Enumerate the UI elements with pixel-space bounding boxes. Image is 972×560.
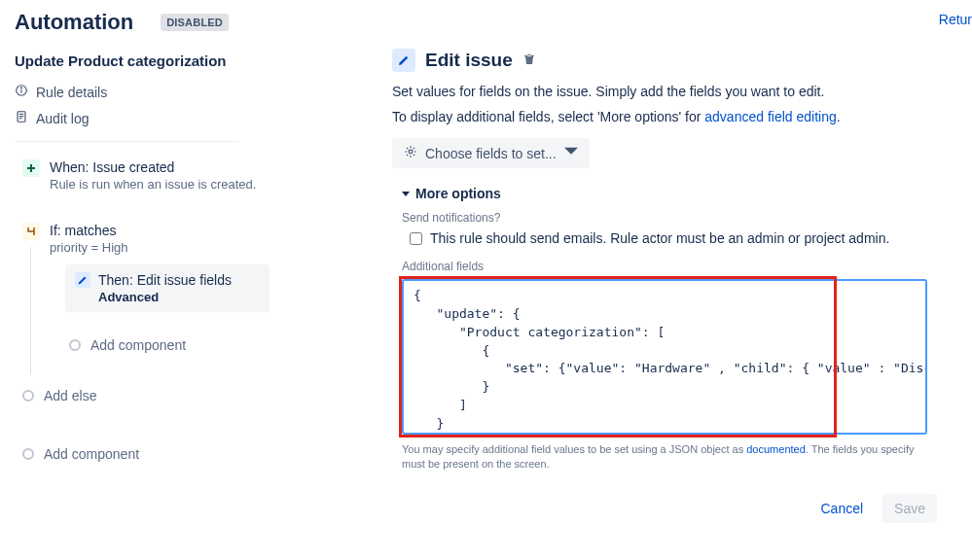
chevron-down-icon <box>564 145 578 161</box>
choose-fields-button[interactable]: Choose fields to set... <box>392 138 590 168</box>
panel-desc-2: To display additional fields, select 'Mo… <box>392 109 953 124</box>
panel-title: Edit issue <box>425 50 513 71</box>
condition-title: If: matches <box>50 223 128 238</box>
audit-log-link[interactable]: Audit log <box>15 105 355 131</box>
pencil-icon <box>75 272 90 288</box>
divider <box>15 141 238 142</box>
audit-log-label: Audit log <box>36 111 89 126</box>
add-else-label: Add else <box>44 388 96 403</box>
branch-icon <box>22 223 40 240</box>
choose-fields-label: Choose fields to set... <box>425 146 557 161</box>
cancel-button[interactable]: Cancel <box>809 494 875 523</box>
documented-link[interactable]: documented <box>746 443 806 455</box>
add-component-label: Add component <box>90 337 186 353</box>
caret-down-icon <box>402 192 410 196</box>
action-step[interactable]: Then: Edit issue fields Advanced <box>65 264 270 312</box>
page-title: Automation <box>15 10 133 35</box>
delete-icon[interactable] <box>522 52 536 69</box>
condition-step[interactable]: If: matches priority = High <box>18 217 355 261</box>
gear-icon <box>404 145 417 161</box>
advanced-field-editing-link[interactable]: advanced field editing <box>704 109 836 124</box>
status-badge: DISABLED <box>161 14 229 31</box>
send-notifications-checkbox[interactable] <box>410 232 422 245</box>
action-subtitle: Advanced <box>98 290 232 304</box>
rule-name[interactable]: Update Product categorization <box>15 52 355 69</box>
send-notifications-desc: This rule should send emails. Rule actor… <box>430 230 889 246</box>
document-icon <box>15 110 28 126</box>
trigger-title: When: Issue created <box>50 159 256 175</box>
action-title: Then: Edit issue fields <box>98 272 232 288</box>
trigger-subtitle: Rule is run when an issue is created. <box>50 177 256 192</box>
condition-subtitle: priority = High <box>50 240 128 255</box>
plus-icon <box>22 159 40 177</box>
add-component-outer[interactable]: Add component <box>18 438 355 470</box>
dot-icon <box>22 448 34 460</box>
svg-point-2 <box>21 88 22 88</box>
add-component-inner[interactable]: Add component <box>65 330 355 361</box>
svg-point-9 <box>409 150 413 154</box>
rule-details-label: Rule details <box>36 85 107 100</box>
additional-fields-label: Additional fields <box>402 260 953 273</box>
more-options-label: More options <box>415 186 501 201</box>
add-else[interactable]: Add else <box>18 380 355 411</box>
additional-fields-help: You may specify additional field values … <box>402 442 927 472</box>
save-button[interactable]: Save <box>882 494 937 523</box>
trigger-step[interactable]: When: Issue created Rule is run when an … <box>18 154 355 197</box>
pencil-icon <box>392 49 415 72</box>
send-notifications-checkbox-row[interactable]: This rule should send emails. Rule actor… <box>410 230 953 246</box>
additional-fields-textarea[interactable]: { "update": { "Product categorization": … <box>402 279 927 435</box>
info-icon <box>15 84 28 100</box>
dot-icon <box>69 339 81 351</box>
rule-details-link[interactable]: Rule details <box>15 79 355 105</box>
dot-icon <box>22 390 34 402</box>
send-notifications-label: Send notifications? <box>402 211 953 225</box>
add-component-outer-label: Add component <box>44 446 139 462</box>
panel-desc-1: Set values for fields on the issue. Simp… <box>392 84 953 99</box>
more-options-toggle[interactable]: More options <box>402 186 953 201</box>
